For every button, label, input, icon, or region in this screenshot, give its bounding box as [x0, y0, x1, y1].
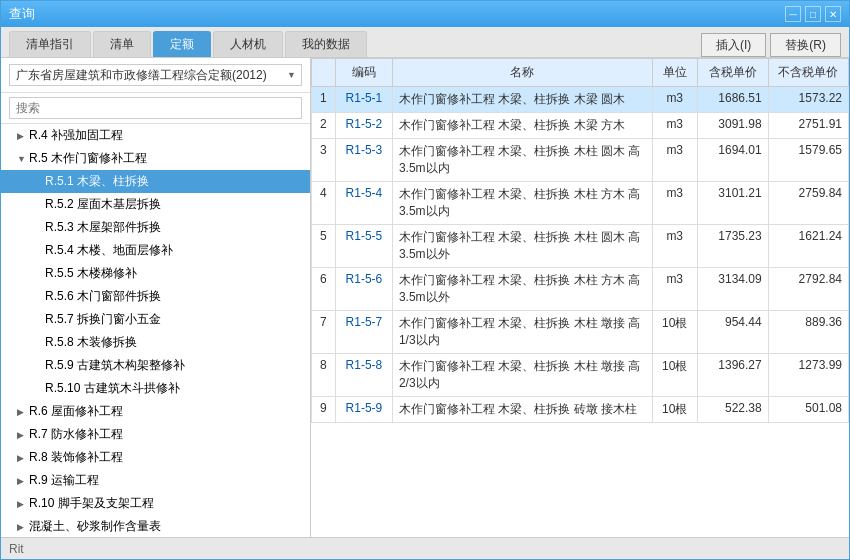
tab-list[interactable]: 清单 — [93, 31, 151, 57]
row-name: 木作门窗修补工程 木梁、柱拆换 砖墩 接木柱 — [392, 397, 652, 423]
tree-item-r5[interactable]: ▼R.5 木作门窗修补工程 — [1, 147, 310, 170]
tree-item-r5-8[interactable]: R.5.8 木装修拆换 — [1, 331, 310, 354]
row-notax-price: 889.36 — [768, 311, 848, 354]
table-row[interactable]: 6 R1-5-6 木作门窗修补工程 木梁、柱拆换 木柱 方木 高3.5m以外 m… — [312, 268, 849, 311]
tree-arrow: ▶ — [17, 407, 29, 417]
tree-label: R.5.2 屋面木基层拆换 — [45, 196, 310, 213]
col-unit: 单位 — [652, 59, 697, 87]
row-unit: m3 — [652, 268, 697, 311]
maximize-button[interactable]: □ — [805, 6, 821, 22]
tree-item-r10[interactable]: ▶R.10 脚手架及支架工程 — [1, 492, 310, 515]
tree-label: R.5.5 木楼梯修补 — [45, 265, 310, 282]
tree-item-r5-6[interactable]: R.5.6 木门窗部件拆换 — [1, 285, 310, 308]
tree-label: R.7 防水修补工程 — [29, 426, 310, 443]
table-row[interactable]: 3 R1-5-3 木作门窗修补工程 木梁、柱拆换 木柱 圆木 高3.5m以内 m… — [312, 139, 849, 182]
tab-quota[interactable]: 定额 — [153, 31, 211, 57]
row-unit: 10根 — [652, 311, 697, 354]
tree-item-r5-5[interactable]: R.5.5 木楼梯修补 — [1, 262, 310, 285]
row-name: 木作门窗修补工程 木梁、柱拆换 木梁 方木 — [392, 113, 652, 139]
table-row[interactable]: 7 R1-5-7 木作门窗修补工程 木梁、柱拆换 木柱 墩接 高1/3以内 10… — [312, 311, 849, 354]
row-tax-price: 1735.23 — [697, 225, 768, 268]
tree-item-r4[interactable]: ▶R.4 补强加固工程 — [1, 124, 310, 147]
right-panel: 编码 名称 单位 含税单价 不含税单价 1 R1-5-1 木作门窗修补工程 木梁… — [311, 58, 849, 537]
tree-arrow: ▶ — [17, 131, 29, 141]
tree-area: ▶R.4 补强加固工程▼R.5 木作门窗修补工程R.5.1 木梁、柱拆换R.5.… — [1, 124, 310, 537]
row-notax-price: 2759.84 — [768, 182, 848, 225]
dropdown-wrapper: 广东省房屋建筑和市政修缮工程综合定额(2012) — [9, 64, 302, 86]
row-num: 6 — [312, 268, 336, 311]
table-row[interactable]: 4 R1-5-4 木作门窗修补工程 木梁、柱拆换 木柱 方木 高3.5m以内 m… — [312, 182, 849, 225]
tabs-bar: 清单指引 清单 定额 人材机 我的数据 插入(I) 替换(R) — [1, 27, 849, 58]
replace-button[interactable]: 替换(R) — [770, 33, 841, 57]
row-unit: m3 — [652, 182, 697, 225]
row-code: R1-5-1 — [335, 87, 392, 113]
row-name: 木作门窗修补工程 木梁、柱拆换 木梁 圆木 — [392, 87, 652, 113]
row-code: R1-5-8 — [335, 354, 392, 397]
table-row[interactable]: 1 R1-5-1 木作门窗修补工程 木梁、柱拆换 木梁 圆木 m3 1686.5… — [312, 87, 849, 113]
tree-item-r5-7[interactable]: R.5.7 拆换门窗小五金 — [1, 308, 310, 331]
tree-item-r5-3[interactable]: R.5.3 木屋架部件拆换 — [1, 216, 310, 239]
minimize-button[interactable]: ─ — [785, 6, 801, 22]
tree-arrow: ▶ — [17, 430, 29, 440]
row-tax-price: 3091.98 — [697, 113, 768, 139]
tree-label: R.10 脚手架及支架工程 — [29, 495, 310, 512]
tree-label: R.5 木作门窗修补工程 — [29, 150, 310, 167]
search-input[interactable] — [9, 97, 302, 119]
row-unit: m3 — [652, 225, 697, 268]
table-row[interactable]: 2 R1-5-2 木作门窗修补工程 木梁、柱拆换 木梁 方木 m3 3091.9… — [312, 113, 849, 139]
row-num: 3 — [312, 139, 336, 182]
row-unit: m3 — [652, 139, 697, 182]
row-tax-price: 522.38 — [697, 397, 768, 423]
quota-dropdown[interactable]: 广东省房屋建筑和市政修缮工程综合定额(2012) — [9, 64, 302, 86]
row-code: R1-5-5 — [335, 225, 392, 268]
data-table: 编码 名称 单位 含税单价 不含税单价 1 R1-5-1 木作门窗修补工程 木梁… — [311, 58, 849, 537]
left-panel: 广东省房屋建筑和市政修缮工程综合定额(2012) ▶R.4 补强加固工程▼R.5… — [1, 58, 311, 537]
tree-arrow: ▼ — [17, 154, 29, 164]
tree-arrow: ▶ — [17, 522, 29, 532]
table-row[interactable]: 8 R1-5-8 木作门窗修补工程 木梁、柱拆换 木柱 墩接 高2/3以内 10… — [312, 354, 849, 397]
row-code: R1-5-2 — [335, 113, 392, 139]
tree-item-r5-1[interactable]: R.5.1 木梁、柱拆换 — [1, 170, 310, 193]
window-title: 查询 — [9, 5, 35, 23]
tree-item-r6[interactable]: ▶R.6 屋面修补工程 — [1, 400, 310, 423]
tree-item-mixed[interactable]: ▶混凝土、砂浆制作含量表 — [1, 515, 310, 537]
col-tax-price: 含税单价 — [697, 59, 768, 87]
toolbar-right: 插入(I) 替换(R) — [701, 33, 841, 57]
tree-item-r5-10[interactable]: R.5.10 古建筑木斗拱修补 — [1, 377, 310, 400]
tree-item-r5-4[interactable]: R.5.4 木楼、地面层修补 — [1, 239, 310, 262]
insert-button[interactable]: 插入(I) — [701, 33, 766, 57]
row-num: 2 — [312, 113, 336, 139]
col-code: 编码 — [335, 59, 392, 87]
table-row[interactable]: 5 R1-5-5 木作门窗修补工程 木梁、柱拆换 木柱 圆木 高3.5m以外 m… — [312, 225, 849, 268]
row-num: 1 — [312, 87, 336, 113]
row-name: 木作门窗修补工程 木梁、柱拆换 木柱 方木 高3.5m以外 — [392, 268, 652, 311]
close-button[interactable]: ✕ — [825, 6, 841, 22]
tree-item-r7[interactable]: ▶R.7 防水修补工程 — [1, 423, 310, 446]
tab-list-guide[interactable]: 清单指引 — [9, 31, 91, 57]
col-name: 名称 — [392, 59, 652, 87]
tree-label: R.8 装饰修补工程 — [29, 449, 310, 466]
row-notax-price: 1273.99 — [768, 354, 848, 397]
row-name: 木作门窗修补工程 木梁、柱拆换 木柱 圆木 高3.5m以外 — [392, 225, 652, 268]
tree-item-r8[interactable]: ▶R.8 装饰修补工程 — [1, 446, 310, 469]
tree-label: R.4 补强加固工程 — [29, 127, 310, 144]
col-num — [312, 59, 336, 87]
row-tax-price: 1694.01 — [697, 139, 768, 182]
tree-label: R.5.3 木屋架部件拆换 — [45, 219, 310, 236]
tree-item-r5-9[interactable]: R.5.9 古建筑木构架整修补 — [1, 354, 310, 377]
status-bar: Rit — [1, 537, 849, 559]
tree-arrow: ▶ — [17, 499, 29, 509]
tree-label: R.5.8 木装修拆换 — [45, 334, 310, 351]
row-unit: 10根 — [652, 354, 697, 397]
tree-label: R.5.1 木梁、柱拆换 — [45, 173, 310, 190]
row-code: R1-5-6 — [335, 268, 392, 311]
table-row[interactable]: 9 R1-5-9 木作门窗修补工程 木梁、柱拆换 砖墩 接木柱 10根 522.… — [312, 397, 849, 423]
tab-materials[interactable]: 人材机 — [213, 31, 283, 57]
tree-label: R.5.10 古建筑木斗拱修补 — [45, 380, 310, 397]
tab-mydata[interactable]: 我的数据 — [285, 31, 367, 57]
tree-item-r9[interactable]: ▶R.9 运输工程 — [1, 469, 310, 492]
tree-item-r5-2[interactable]: R.5.2 屋面木基层拆换 — [1, 193, 310, 216]
tree-label: 混凝土、砂浆制作含量表 — [29, 518, 310, 535]
row-tax-price: 3134.09 — [697, 268, 768, 311]
row-notax-price: 1573.22 — [768, 87, 848, 113]
